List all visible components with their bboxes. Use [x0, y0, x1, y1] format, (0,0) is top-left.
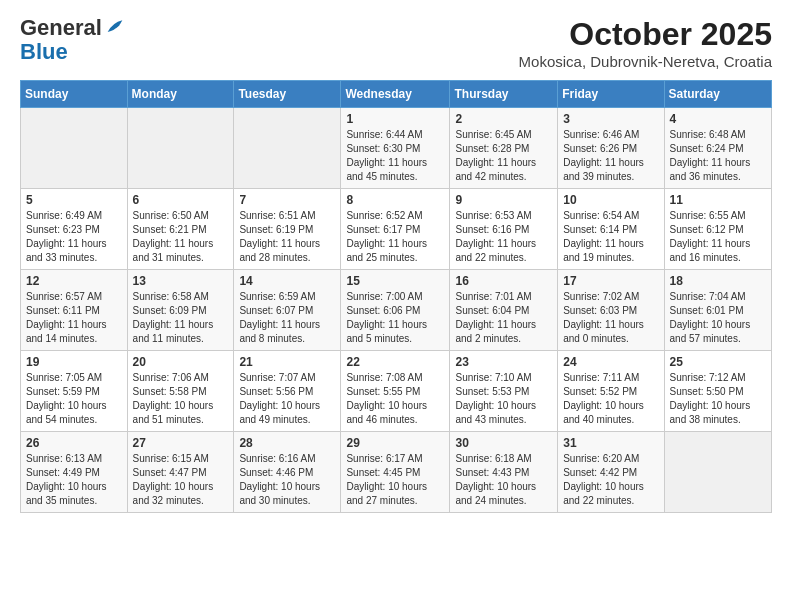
day-info: Sunrise: 7:11 AMSunset: 5:52 PMDaylight:… [563, 371, 658, 427]
day-info: Sunrise: 6:45 AMSunset: 6:28 PMDaylight:… [455, 128, 552, 184]
logo-blue-text: Blue [20, 40, 126, 64]
day-info: Sunrise: 6:15 AMSunset: 4:47 PMDaylight:… [133, 452, 229, 508]
calendar-cell: 13Sunrise: 6:58 AMSunset: 6:09 PMDayligh… [127, 270, 234, 351]
day-number: 30 [455, 436, 552, 450]
day-info: Sunrise: 6:52 AMSunset: 6:17 PMDaylight:… [346, 209, 444, 265]
day-number: 13 [133, 274, 229, 288]
day-number: 20 [133, 355, 229, 369]
calendar-week-row: 12Sunrise: 6:57 AMSunset: 6:11 PMDayligh… [21, 270, 772, 351]
day-number: 11 [670, 193, 766, 207]
day-number: 28 [239, 436, 335, 450]
day-info: Sunrise: 6:51 AMSunset: 6:19 PMDaylight:… [239, 209, 335, 265]
day-number: 12 [26, 274, 122, 288]
day-info: Sunrise: 7:02 AMSunset: 6:03 PMDaylight:… [563, 290, 658, 346]
calendar-cell: 28Sunrise: 6:16 AMSunset: 4:46 PMDayligh… [234, 432, 341, 513]
day-info: Sunrise: 6:13 AMSunset: 4:49 PMDaylight:… [26, 452, 122, 508]
day-info: Sunrise: 6:16 AMSunset: 4:46 PMDaylight:… [239, 452, 335, 508]
day-info: Sunrise: 6:55 AMSunset: 6:12 PMDaylight:… [670, 209, 766, 265]
weekday-header: Wednesday [341, 81, 450, 108]
calendar-cell: 10Sunrise: 6:54 AMSunset: 6:14 PMDayligh… [558, 189, 664, 270]
calendar-cell: 3Sunrise: 6:46 AMSunset: 6:26 PMDaylight… [558, 108, 664, 189]
day-number: 9 [455, 193, 552, 207]
calendar-week-row: 26Sunrise: 6:13 AMSunset: 4:49 PMDayligh… [21, 432, 772, 513]
day-number: 8 [346, 193, 444, 207]
weekday-header: Monday [127, 81, 234, 108]
calendar-cell: 30Sunrise: 6:18 AMSunset: 4:43 PMDayligh… [450, 432, 558, 513]
day-info: Sunrise: 6:54 AMSunset: 6:14 PMDaylight:… [563, 209, 658, 265]
page: General Blue October 2025 Mokosica, Dubr… [0, 0, 792, 529]
calendar-cell: 18Sunrise: 7:04 AMSunset: 6:01 PMDayligh… [664, 270, 771, 351]
calendar-cell: 11Sunrise: 6:55 AMSunset: 6:12 PMDayligh… [664, 189, 771, 270]
day-number: 2 [455, 112, 552, 126]
header: General Blue October 2025 Mokosica, Dubr… [20, 16, 772, 70]
weekday-header: Sunday [21, 81, 128, 108]
day-number: 7 [239, 193, 335, 207]
logo: General Blue [20, 16, 126, 64]
calendar-title: October 2025 [519, 16, 772, 53]
day-info: Sunrise: 6:57 AMSunset: 6:11 PMDaylight:… [26, 290, 122, 346]
calendar-cell: 20Sunrise: 7:06 AMSunset: 5:58 PMDayligh… [127, 351, 234, 432]
logo-general-text: General [20, 16, 102, 40]
calendar-cell: 15Sunrise: 7:00 AMSunset: 6:06 PMDayligh… [341, 270, 450, 351]
calendar-cell [234, 108, 341, 189]
calendar-cell: 12Sunrise: 6:57 AMSunset: 6:11 PMDayligh… [21, 270, 128, 351]
day-info: Sunrise: 7:08 AMSunset: 5:55 PMDaylight:… [346, 371, 444, 427]
day-info: Sunrise: 7:01 AMSunset: 6:04 PMDaylight:… [455, 290, 552, 346]
day-info: Sunrise: 7:05 AMSunset: 5:59 PMDaylight:… [26, 371, 122, 427]
day-number: 26 [26, 436, 122, 450]
calendar-cell: 8Sunrise: 6:52 AMSunset: 6:17 PMDaylight… [341, 189, 450, 270]
calendar-cell [664, 432, 771, 513]
day-info: Sunrise: 6:18 AMSunset: 4:43 PMDaylight:… [455, 452, 552, 508]
day-number: 29 [346, 436, 444, 450]
calendar-week-row: 1Sunrise: 6:44 AMSunset: 6:30 PMDaylight… [21, 108, 772, 189]
calendar-cell: 6Sunrise: 6:50 AMSunset: 6:21 PMDaylight… [127, 189, 234, 270]
calendar-cell: 24Sunrise: 7:11 AMSunset: 5:52 PMDayligh… [558, 351, 664, 432]
calendar-table: SundayMondayTuesdayWednesdayThursdayFrid… [20, 80, 772, 513]
day-info: Sunrise: 7:12 AMSunset: 5:50 PMDaylight:… [670, 371, 766, 427]
day-info: Sunrise: 6:59 AMSunset: 6:07 PMDaylight:… [239, 290, 335, 346]
calendar-cell: 17Sunrise: 7:02 AMSunset: 6:03 PMDayligh… [558, 270, 664, 351]
day-number: 6 [133, 193, 229, 207]
day-number: 10 [563, 193, 658, 207]
day-number: 5 [26, 193, 122, 207]
day-number: 3 [563, 112, 658, 126]
day-number: 23 [455, 355, 552, 369]
calendar-cell: 29Sunrise: 6:17 AMSunset: 4:45 PMDayligh… [341, 432, 450, 513]
day-number: 24 [563, 355, 658, 369]
day-number: 22 [346, 355, 444, 369]
title-block: October 2025 Mokosica, Dubrovnik-Neretva… [519, 16, 772, 70]
day-number: 25 [670, 355, 766, 369]
calendar-cell: 19Sunrise: 7:05 AMSunset: 5:59 PMDayligh… [21, 351, 128, 432]
calendar-cell: 9Sunrise: 6:53 AMSunset: 6:16 PMDaylight… [450, 189, 558, 270]
calendar-cell: 21Sunrise: 7:07 AMSunset: 5:56 PMDayligh… [234, 351, 341, 432]
calendar-cell: 25Sunrise: 7:12 AMSunset: 5:50 PMDayligh… [664, 351, 771, 432]
day-info: Sunrise: 7:06 AMSunset: 5:58 PMDaylight:… [133, 371, 229, 427]
day-info: Sunrise: 7:07 AMSunset: 5:56 PMDaylight:… [239, 371, 335, 427]
calendar-cell: 1Sunrise: 6:44 AMSunset: 6:30 PMDaylight… [341, 108, 450, 189]
weekday-header: Friday [558, 81, 664, 108]
calendar-subtitle: Mokosica, Dubrovnik-Neretva, Croatia [519, 53, 772, 70]
day-info: Sunrise: 7:04 AMSunset: 6:01 PMDaylight:… [670, 290, 766, 346]
day-info: Sunrise: 6:44 AMSunset: 6:30 PMDaylight:… [346, 128, 444, 184]
day-number: 21 [239, 355, 335, 369]
day-info: Sunrise: 6:58 AMSunset: 6:09 PMDaylight:… [133, 290, 229, 346]
day-info: Sunrise: 7:10 AMSunset: 5:53 PMDaylight:… [455, 371, 552, 427]
day-number: 15 [346, 274, 444, 288]
day-number: 19 [26, 355, 122, 369]
calendar-header-row: SundayMondayTuesdayWednesdayThursdayFrid… [21, 81, 772, 108]
weekday-header: Saturday [664, 81, 771, 108]
day-number: 4 [670, 112, 766, 126]
calendar-cell: 22Sunrise: 7:08 AMSunset: 5:55 PMDayligh… [341, 351, 450, 432]
calendar-cell [21, 108, 128, 189]
day-number: 16 [455, 274, 552, 288]
calendar-week-row: 19Sunrise: 7:05 AMSunset: 5:59 PMDayligh… [21, 351, 772, 432]
calendar-cell: 14Sunrise: 6:59 AMSunset: 6:07 PMDayligh… [234, 270, 341, 351]
day-info: Sunrise: 6:48 AMSunset: 6:24 PMDaylight:… [670, 128, 766, 184]
day-info: Sunrise: 6:50 AMSunset: 6:21 PMDaylight:… [133, 209, 229, 265]
day-number: 14 [239, 274, 335, 288]
calendar-cell: 23Sunrise: 7:10 AMSunset: 5:53 PMDayligh… [450, 351, 558, 432]
calendar-cell: 2Sunrise: 6:45 AMSunset: 6:28 PMDaylight… [450, 108, 558, 189]
calendar-cell: 27Sunrise: 6:15 AMSunset: 4:47 PMDayligh… [127, 432, 234, 513]
calendar-cell: 4Sunrise: 6:48 AMSunset: 6:24 PMDaylight… [664, 108, 771, 189]
calendar-cell: 26Sunrise: 6:13 AMSunset: 4:49 PMDayligh… [21, 432, 128, 513]
